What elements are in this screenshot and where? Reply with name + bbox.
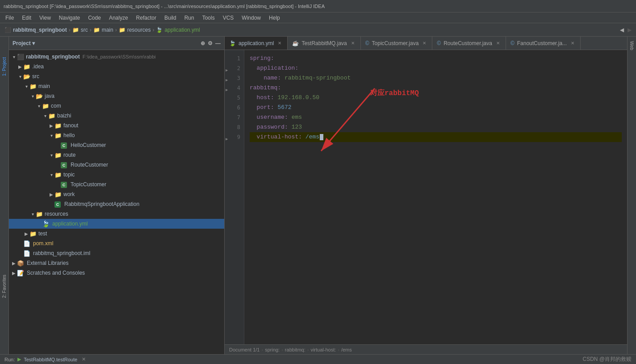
- tree-item-baizhi[interactable]: ▾ 📁 baizhi: [9, 111, 224, 121]
- arrow-root: ▾: [11, 54, 17, 59]
- code-indent-5: [250, 93, 257, 103]
- tree-item-idea[interactable]: ▶ 📁 .idea: [9, 62, 224, 71]
- menu-view[interactable]: View: [36, 14, 54, 22]
- tree-label-topiccustomer: TopicCustomer: [71, 181, 106, 188]
- arrow-fanout: ▶: [48, 123, 54, 128]
- yml-icon-app: 🍃: [42, 220, 50, 227]
- tree-item-main[interactable]: ▾ 📁 main: [9, 81, 224, 91]
- breadcrumb-project[interactable]: rabbitmq_springboot: [13, 27, 67, 33]
- code-key-spring: spring:: [250, 54, 274, 63]
- tree-label-extlibs: External Libraries: [27, 260, 68, 266]
- status-virtualhost: virtual-host:: [310, 347, 336, 352]
- tree-item-resources[interactable]: ▾ 📁 resources: [9, 209, 224, 219]
- tree-label-topic: topic: [63, 172, 75, 178]
- menu-edit[interactable]: Edit: [18, 14, 35, 22]
- status-spring: spring:: [265, 347, 280, 352]
- code-line-1: spring:: [250, 54, 622, 63]
- breadcrumb-main[interactable]: main: [102, 27, 113, 33]
- breadcrumb-resources[interactable]: resources: [127, 27, 151, 33]
- right-side-panel: Web: [627, 37, 636, 354]
- tab-close-routecustomer[interactable]: ✕: [495, 41, 501, 46]
- breadcrumb-file[interactable]: application.yml: [164, 27, 200, 33]
- tree-item-routecustomer[interactable]: C RouteCustomer: [9, 160, 224, 170]
- menu-bar: File Edit View Navigate Code Analyze Ref…: [0, 13, 636, 23]
- status-rabbitmq: rabbitmq:: [285, 347, 305, 352]
- menu-refactor[interactable]: Refactor: [133, 14, 160, 22]
- menu-build[interactable]: Build: [161, 14, 180, 22]
- code-content[interactable]: spring: application: name: rabbitmq-spri…: [244, 50, 627, 344]
- arrow-main: ▾: [23, 84, 29, 89]
- menu-navigate[interactable]: Navigate: [55, 14, 84, 22]
- arrow-route: ▾: [48, 153, 54, 158]
- menu-code[interactable]: Code: [84, 14, 105, 22]
- tree-label-com: com: [51, 103, 61, 109]
- tree-path-root: F:\idea_passwork\SSm\ssm\rabbi: [83, 54, 156, 59]
- tree-item-route[interactable]: ▾ 📁 route: [9, 150, 224, 160]
- tree-item-hellocustomer[interactable]: C HelloCustomer: [9, 140, 224, 150]
- tab-fanoutcustomer[interactable]: © FanoutCustomer.ja... ✕: [506, 37, 581, 50]
- code-line-2: application:: [250, 63, 622, 73]
- run-task: TestRabbitMQ.testRoute: [24, 357, 77, 362]
- side-tab-favorites[interactable]: 2: Favorites: [1, 272, 8, 301]
- menu-help[interactable]: Help: [265, 14, 284, 22]
- tab-close-applicationyml[interactable]: ✕: [276, 41, 283, 46]
- run-close[interactable]: ✕: [82, 356, 86, 362]
- tree-label-fanout: fanout: [63, 122, 78, 129]
- collapse-icon[interactable]: —: [215, 40, 221, 46]
- breadcrumb: ⬛ rabbitmq_springboot › 📁 src › 📁 main ›…: [0, 23, 636, 37]
- menu-tools[interactable]: Tools: [199, 14, 218, 22]
- tree-item-fanout[interactable]: ▶ 📁 fanout: [9, 121, 224, 130]
- tree-label-baizhi: baizhi: [57, 113, 71, 119]
- breadcrumb-src[interactable]: src: [81, 27, 88, 33]
- tree-label-resources: resources: [45, 211, 68, 217]
- arrow-scratches: ▶: [11, 271, 17, 276]
- folder-icon-scratches: 📝: [17, 270, 24, 276]
- folder-icon-resources: 📁: [36, 211, 43, 218]
- tree-item-pomxml[interactable]: 📄 pom.xml: [9, 238, 224, 248]
- code-editor[interactable]: 1 2 ▶ 3 ▶ 4 ▶ 5 6 7 8 9 ▶: [225, 50, 627, 344]
- tree-item-root[interactable]: ▾ ⬛ rabbitmq_springboot F:\idea_passwork…: [9, 52, 224, 62]
- gutter-arrow-4: 1 2 ▶ 3 ▶ 4 ▶ 5 6 7 8 9 ▶: [225, 54, 242, 142]
- tree-item-extlibs[interactable]: ▶ 📦 External Libraries: [9, 258, 224, 268]
- tab-testrabbit[interactable]: ☕ TestRabbitMQ.java ✕: [288, 37, 360, 50]
- side-tab-web[interactable]: Web: [628, 38, 635, 53]
- module-icon: ⬛: [17, 54, 24, 60]
- tree-item-hello[interactable]: ▾ 📁 hello: [9, 130, 224, 140]
- menu-run[interactable]: Run: [181, 14, 198, 22]
- tab-close-fanoutcustomer[interactable]: ✕: [569, 41, 576, 46]
- nav-forward-icon[interactable]: ▶: [628, 27, 632, 33]
- arrow-hello: ▾: [48, 133, 54, 138]
- folder-icon-main: 📁: [29, 83, 37, 90]
- side-tab-project[interactable]: 1: Project: [1, 54, 8, 79]
- code-key-application: application:: [257, 63, 299, 73]
- tree-item-topiccustomer[interactable]: C TopicCustomer: [9, 180, 224, 189]
- tab-topiccustomer[interactable]: © TopicCustomer.java ✕: [361, 37, 433, 50]
- breadcrumb-sep3: ›: [115, 27, 117, 33]
- tree-item-applicationyml[interactable]: 🍃 application.yml: [9, 219, 224, 229]
- tab-close-testrabbit[interactable]: ✕: [350, 41, 356, 46]
- tree-item-work[interactable]: ▶ 📁 work: [9, 189, 224, 199]
- menu-vcs[interactable]: VCS: [219, 14, 238, 22]
- menu-window[interactable]: Window: [238, 14, 264, 22]
- code-key-host: host:: [257, 93, 278, 103]
- breadcrumb-folder-icon2: 📁: [93, 27, 100, 33]
- tree-item-mainapp[interactable]: C RabbitmqSpringbootApplication: [9, 199, 224, 209]
- locate-icon[interactable]: ⊕: [201, 40, 205, 46]
- tree-item-com[interactable]: ▾ 📁 com: [9, 101, 224, 111]
- nav-back-icon[interactable]: ◀: [620, 27, 624, 33]
- arrow-work: ▶: [48, 192, 54, 197]
- folder-icon-fanout: 📁: [54, 122, 62, 129]
- tree-item-java[interactable]: ▾ 📂 java: [9, 91, 224, 101]
- tree-item-scratches[interactable]: ▶ 📝 Scratches and Consoles: [9, 268, 224, 278]
- tab-routecustomer[interactable]: © RouteCustomer.java ✕: [432, 37, 506, 50]
- settings-icon[interactable]: ⚙: [208, 40, 213, 46]
- menu-analyze[interactable]: Analyze: [105, 14, 132, 22]
- tab-close-topiccustomer[interactable]: ✕: [421, 41, 427, 46]
- tab-label-topiccustomer: TopicCustomer.java: [372, 40, 419, 46]
- tree-item-src[interactable]: ▾ 📂 src: [9, 71, 224, 81]
- menu-file[interactable]: File: [2, 14, 17, 22]
- tree-item-iml[interactable]: 📄 rabbitmq_springboot.iml: [9, 248, 224, 258]
- tab-applicationyml[interactable]: 🍃 application.yml ✕: [225, 37, 288, 50]
- tree-item-test[interactable]: ▶ 📁 test: [9, 229, 224, 238]
- tree-item-topic[interactable]: ▾ 📁 topic: [9, 170, 224, 180]
